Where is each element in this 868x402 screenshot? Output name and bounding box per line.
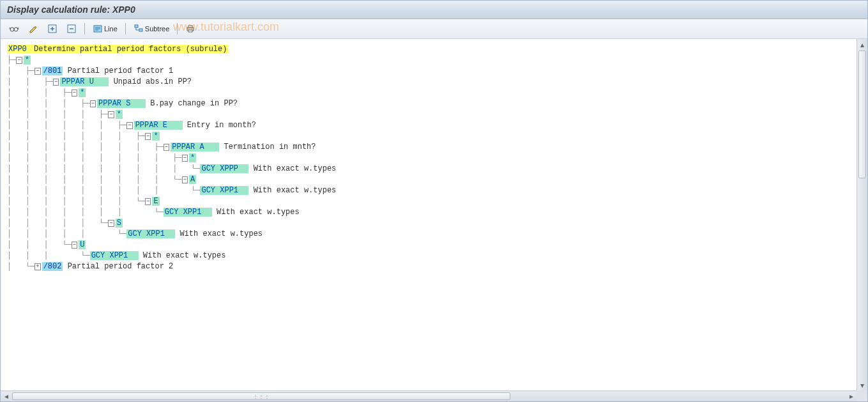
expand-collapse-icon[interactable]: − xyxy=(145,198,151,205)
tree-node[interactable]: │ │ │ │ │ │ │ │ │ ├─−* xyxy=(7,153,861,164)
scroll-down-icon[interactable]: ▾ xyxy=(857,380,867,390)
svg-rect-5 xyxy=(135,25,138,27)
collapse-icon[interactable] xyxy=(63,22,80,36)
expand-collapse-icon[interactable]: − xyxy=(108,220,114,227)
tree-node[interactable]: │ │ │ └─−U xyxy=(7,240,861,251)
subtree-label: Subtree xyxy=(145,25,170,33)
tree-node[interactable]: │ └─+/802 Partial period factor 2 xyxy=(7,261,861,272)
expand-collapse-icon[interactable]: − xyxy=(145,133,151,140)
tree-node[interactable]: │ │ │ ├─−* xyxy=(7,88,861,98)
tree-node[interactable]: │ │ │ │ │ │ │ ├─−* xyxy=(7,131,861,142)
tree-node[interactable]: │ │ │ │ ├─−PPPAR S B.pay change in PP? xyxy=(7,98,861,109)
tree-node[interactable]: │ ├─−/801 Partial period factor 1 xyxy=(7,66,861,77)
tree-node[interactable]: │ │ │ │ │ │ │ │ │ └─GCY XPP1 With exact … xyxy=(7,185,861,196)
tree-node[interactable]: │ │ │ │ │ └─−S xyxy=(7,218,861,229)
svg-rect-6 xyxy=(139,29,142,31)
tree-node[interactable]: ├─−* xyxy=(7,55,861,66)
expand-collapse-icon[interactable]: − xyxy=(164,144,169,151)
scroll-corner xyxy=(857,390,867,401)
expand-collapse-icon[interactable]: − xyxy=(34,68,40,75)
separator xyxy=(125,23,126,35)
svg-point-1 xyxy=(14,27,18,31)
tree-node[interactable]: │ │ │ │ │ │ │ └─−E xyxy=(7,196,861,207)
expand-icon[interactable] xyxy=(44,22,61,36)
vertical-scrollbar[interactable]: ▴ ▾ xyxy=(857,39,867,390)
scroll-up-icon[interactable]: ▴ xyxy=(857,39,867,50)
tree-node[interactable]: │ │ │ │ │ ├─−* xyxy=(7,109,861,120)
separator xyxy=(84,23,85,35)
tree-node[interactable]: │ │ │ │ │ │ ├─−PPPAR E Entry in month? xyxy=(7,120,861,131)
separator xyxy=(177,23,178,35)
expand-collapse-icon[interactable]: + xyxy=(34,263,40,270)
tree-node[interactable]: │ │ │ │ │ │ │ └─GCY XPP1 With exact w.ty… xyxy=(7,207,861,218)
expand-collapse-icon[interactable]: − xyxy=(16,57,22,64)
expand-collapse-icon[interactable]: − xyxy=(53,79,59,86)
display-change-icon[interactable] xyxy=(25,22,42,36)
toolbar: Line Subtree www.tutorialkart.com xyxy=(1,19,867,39)
tree-view[interactable]: XPP0 Determine partial period factors (s… xyxy=(2,40,866,276)
expand-collapse-icon[interactable]: − xyxy=(72,89,77,97)
line-button[interactable]: Line xyxy=(89,22,121,36)
tree-node[interactable]: │ │ │ │ │ └─GCY XPP1 With exact w.types xyxy=(7,229,861,240)
svg-point-0 xyxy=(10,27,14,31)
expand-collapse-icon[interactable]: − xyxy=(72,242,77,249)
page-title: Display calculation rule: XPP0 xyxy=(1,1,867,19)
expand-collapse-icon[interactable]: − xyxy=(108,111,114,118)
scroll-right-icon[interactable]: ▸ xyxy=(846,391,857,401)
svg-rect-9 xyxy=(188,30,192,32)
expand-collapse-icon[interactable]: − xyxy=(182,155,188,162)
scroll-thumb[interactable]: ⋮⋮⋮ xyxy=(12,392,510,400)
scroll-left-icon[interactable]: ◂ xyxy=(1,391,11,401)
tree-node[interactable]: │ │ │ │ │ │ │ │ │ │ └─GCY XPPP With exac… xyxy=(7,164,861,174)
glasses-icon[interactable] xyxy=(6,22,22,36)
expand-collapse-icon[interactable]: − xyxy=(126,122,132,129)
expand-collapse-icon[interactable]: − xyxy=(182,176,188,183)
tree-node[interactable]: │ │ │ │ │ │ │ │ ├─−PPPAR A Termination i… xyxy=(7,142,861,153)
tree-node[interactable]: │ │ │ │ │ │ │ │ │ └─−A xyxy=(7,174,861,185)
tree-root[interactable]: XPP0 Determine partial period factors (s… xyxy=(7,44,861,55)
subtree-button[interactable]: Subtree xyxy=(130,22,173,36)
scroll-thumb[interactable] xyxy=(858,50,866,178)
horizontal-scrollbar[interactable]: ◂ ⋮⋮⋮ ▸ xyxy=(1,390,857,401)
tree-node[interactable]: │ │ ├─−PPPAR U Unpaid abs.in PP? xyxy=(7,77,861,88)
svg-rect-8 xyxy=(188,26,192,27)
expand-collapse-icon[interactable]: − xyxy=(90,100,96,107)
print-icon[interactable] xyxy=(182,22,199,36)
tree-node[interactable]: │ │ │ └─GCY XPP1 With exact w.types xyxy=(7,251,861,261)
line-label: Line xyxy=(104,25,118,33)
